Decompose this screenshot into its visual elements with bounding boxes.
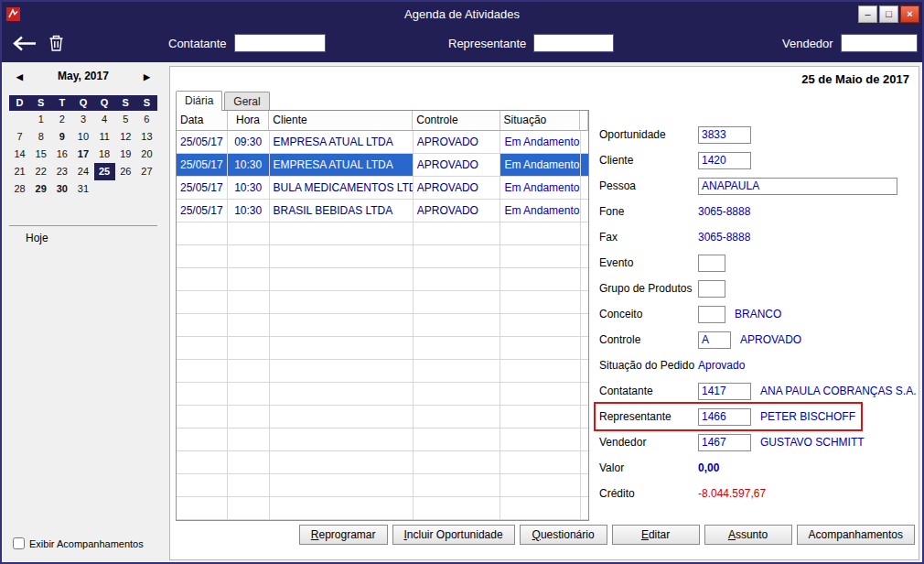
calendar-day-27[interactable]: 27 xyxy=(136,163,157,180)
form-label-contatante: Contatante xyxy=(599,385,698,397)
table-row-0[interactable]: 25/05/1709:30EMPRESA ATUAL LTDAAPROVADOE… xyxy=(177,131,588,154)
table-row-empty[interactable] xyxy=(177,360,588,383)
form-input-contatante[interactable] xyxy=(698,383,751,400)
calendar-day-12[interactable]: 12 xyxy=(115,128,136,146)
button-questionario[interactable]: Questionário xyxy=(520,525,607,545)
tab-diaria[interactable]: Diária xyxy=(176,91,222,111)
calendar-day-16[interactable]: 16 xyxy=(51,146,72,163)
trash-icon[interactable] xyxy=(48,34,65,52)
table-row-empty[interactable] xyxy=(177,497,588,520)
calendar-day-20[interactable]: 20 xyxy=(136,146,157,163)
toolbar-vendedor-input[interactable] xyxy=(841,34,918,52)
column-header-hora[interactable]: Hora xyxy=(228,111,270,131)
show-followups-checkbox-row[interactable]: Exibir Acompanhamentos xyxy=(13,537,144,549)
calendar: ◀ May, 2017 ▶ DSTQQSS 123456789101112131… xyxy=(9,70,157,244)
form-input-oportunidade[interactable] xyxy=(698,126,751,144)
cell-empty xyxy=(228,222,270,245)
button-label: Acompanhamentos xyxy=(809,528,903,541)
cell-situacao: Em Andamento xyxy=(500,154,581,177)
cell-filler xyxy=(581,406,588,428)
form-input-grupo-de-produtos[interactable] xyxy=(698,280,725,298)
table-row-empty[interactable] xyxy=(177,383,588,406)
form-input-pessoa[interactable] xyxy=(698,178,897,195)
form-input-evento[interactable] xyxy=(698,255,725,272)
table-row-empty[interactable] xyxy=(177,451,588,474)
cell-empty xyxy=(177,474,228,497)
table-row-empty[interactable] xyxy=(177,268,588,291)
calendar-day-4[interactable]: 4 xyxy=(94,111,115,128)
form-input-representante[interactable] xyxy=(698,408,751,426)
calendar-day-24[interactable]: 24 xyxy=(72,163,93,180)
table-row-empty[interactable] xyxy=(177,474,588,497)
form-row-representante: RepresentantePETER BISCHOFF xyxy=(596,404,861,429)
cell-empty xyxy=(177,383,228,406)
maximize-button[interactable]: □ xyxy=(879,5,898,23)
calendar-day-14[interactable]: 14 xyxy=(9,146,30,163)
calendar-prev-icon[interactable]: ◀ xyxy=(16,72,23,81)
calendar-day-2[interactable]: 2 xyxy=(51,111,72,128)
calendar-next-icon[interactable]: ▶ xyxy=(144,72,150,81)
toolbar-representante-input[interactable] xyxy=(533,34,614,52)
form-value-vendedor: GUSTAVO SCHMITT xyxy=(760,436,865,449)
form-input-cliente[interactable] xyxy=(698,152,751,169)
table-row-empty[interactable] xyxy=(177,245,588,268)
button-assunto[interactable]: Assunto xyxy=(704,525,792,545)
table-row-empty[interactable] xyxy=(177,291,588,314)
table-row-empty[interactable] xyxy=(177,337,588,360)
calendar-day-23[interactable]: 23 xyxy=(51,163,72,180)
column-header-situacao[interactable]: Situação xyxy=(500,111,580,131)
button-acompanhamentos[interactable]: Acompanhamentos xyxy=(797,525,915,545)
calendar-day-3[interactable]: 3 xyxy=(72,111,93,128)
calendar-day-22[interactable]: 22 xyxy=(30,163,51,180)
calendar-day-9[interactable]: 9 xyxy=(51,128,72,146)
calendar-day-11[interactable]: 11 xyxy=(94,128,115,146)
app-window: Agenda de Atividades – □ × Contatante Re… xyxy=(0,0,924,564)
tab-geral[interactable]: Geral xyxy=(224,92,269,111)
calendar-day-25[interactable]: 25 xyxy=(94,163,115,180)
calendar-day-18[interactable]: 18 xyxy=(94,146,115,163)
calendar-day-5[interactable]: 5 xyxy=(115,111,136,128)
table-row-empty[interactable] xyxy=(177,222,588,245)
calendar-day-31[interactable]: 31 xyxy=(72,180,93,198)
back-icon[interactable] xyxy=(13,36,37,51)
calendar-day-8[interactable]: 8 xyxy=(30,128,51,146)
button-reprogramar[interactable]: Reprogramar xyxy=(299,525,388,545)
cell-empty xyxy=(270,360,414,383)
table-row-empty[interactable] xyxy=(177,406,588,428)
table-row-empty[interactable] xyxy=(177,428,588,451)
form-input-controle[interactable] xyxy=(698,331,731,349)
calendar-day-28[interactable]: 28 xyxy=(9,180,30,198)
show-followups-checkbox[interactable] xyxy=(13,537,25,549)
calendar-day-15[interactable]: 15 xyxy=(30,146,51,163)
column-header-cliente[interactable]: Cliente xyxy=(269,111,413,131)
calendar-day-19[interactable]: 19 xyxy=(115,146,136,163)
calendar-day-13[interactable]: 13 xyxy=(136,128,157,146)
calendar-day-6[interactable]: 6 xyxy=(136,111,157,128)
calendar-day-30[interactable]: 30 xyxy=(51,180,72,198)
calendar-today-label[interactable]: Hoje xyxy=(9,232,157,244)
form-value-controle: APROVADO xyxy=(740,333,801,346)
calendar-day-10[interactable]: 10 xyxy=(72,128,93,146)
table-row-1[interactable]: 25/05/1710:30EMPRESA ATUAL LTDAAPROVADOE… xyxy=(177,154,588,177)
button-incluir-oportunidade[interactable]: Incluir Oportunidade xyxy=(392,525,515,545)
close-button[interactable]: × xyxy=(900,5,919,23)
calendar-day-21[interactable]: 21 xyxy=(9,163,30,180)
button-editar[interactable]: Editar xyxy=(612,525,700,545)
calendar-day-7[interactable]: 7 xyxy=(9,128,30,146)
cell-empty xyxy=(270,268,414,291)
calendar-day-17[interactable]: 17 xyxy=(72,146,93,163)
table-row-empty[interactable] xyxy=(177,314,588,337)
table-row-3[interactable]: 25/05/1710:30BRASIL BEBIDAS LTDAAPROVADO… xyxy=(177,200,588,222)
calendar-day-29[interactable]: 29 xyxy=(30,180,51,198)
minimize-button[interactable]: – xyxy=(858,5,877,23)
form-input-vendedor[interactable] xyxy=(698,434,751,451)
column-header-data[interactable]: Data xyxy=(177,111,228,131)
calendar-day-1[interactable]: 1 xyxy=(30,111,51,128)
cell-empty xyxy=(414,406,501,428)
calendar-day-26[interactable]: 26 xyxy=(115,163,136,180)
toolbar-contatante-input[interactable] xyxy=(234,34,326,52)
cell-empty xyxy=(414,360,501,383)
table-row-2[interactable]: 25/05/1710:30BULA MEDICAMENTOS LTDAAPROV… xyxy=(177,177,588,200)
form-input-conceito[interactable] xyxy=(698,306,725,323)
column-header-controle[interactable]: Controle xyxy=(413,111,500,131)
